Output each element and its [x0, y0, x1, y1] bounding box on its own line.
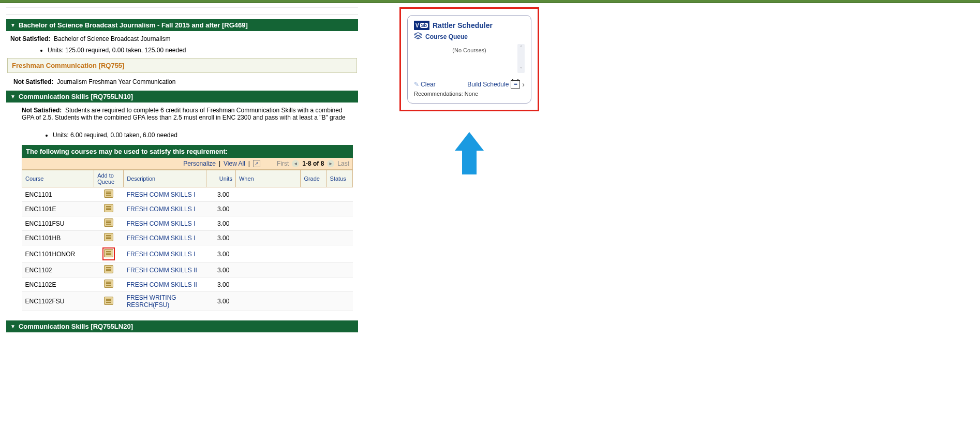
course-grade — [301, 202, 326, 216]
add-to-queue-cell — [94, 202, 124, 216]
course-status — [326, 245, 352, 263]
course-description-link[interactable]: FRESH COMM SKILLS I — [124, 231, 206, 245]
course-when — [235, 216, 300, 231]
scroll-up-icon[interactable]: ˄ — [520, 45, 523, 50]
course-when — [235, 187, 300, 202]
course-when — [235, 263, 300, 277]
program-header-bar[interactable]: ▼ Bachelor of Science Broadcast Journali… — [6, 19, 358, 31]
next-icon[interactable]: ► — [327, 160, 334, 167]
col-when[interactable]: When — [235, 170, 300, 187]
table-row: ENC1102FRESH COMM SKILLS II3.00 — [22, 263, 353, 277]
not-satisfied-label: Not Satisfied: — [22, 107, 62, 114]
course-units: 3.00 — [206, 187, 235, 202]
recommendations-label: Recommendations: — [414, 91, 463, 97]
add-to-queue-icon[interactable] — [104, 233, 113, 241]
add-to-queue-icon[interactable] — [104, 249, 113, 257]
course-description-link[interactable]: FRESH COMM SKILLS II — [124, 263, 206, 277]
course-description-link[interactable]: FRESH COMM SKILLS I — [124, 187, 206, 202]
course-units: 3.00 — [206, 263, 235, 277]
recommendations-value: None — [465, 91, 478, 97]
chevron-right-icon: › — [522, 80, 525, 89]
logo-v: V — [415, 23, 419, 28]
calendar-icon: ▪▪▪ — [511, 80, 520, 89]
table-row: ENC1101HONORFRESH COMM SKILLS I3.00 — [22, 245, 353, 263]
table-row: ENC1102EFRESH COMM SKILLS II3.00 — [22, 277, 353, 292]
course-code: ENC1101E — [22, 202, 94, 216]
range-label: 1-8 of 8 — [302, 160, 324, 167]
course-description-link[interactable]: FRESH COMM SKILLS I — [124, 245, 206, 263]
col-grade[interactable]: Grade — [301, 170, 326, 187]
sub-requirement-title: Freshman Communication [RQ755] — [12, 62, 124, 69]
not-satisfied-label: Not Satisfied: — [13, 78, 53, 85]
course-grade — [301, 292, 326, 311]
comm-skills-1-header[interactable]: ▼ Communication Skills [RQ755LN10] — [6, 91, 358, 103]
col-course[interactable]: Course — [22, 170, 94, 187]
not-satisfied-text: Bachelor of Science Broadcast Journalism — [54, 35, 170, 42]
col-status[interactable]: Status — [326, 170, 352, 187]
col-add-to-queue[interactable]: Add to Queue — [94, 170, 124, 187]
not-satisfied-label: Not Satisfied: — [10, 35, 50, 42]
clear-button[interactable]: ✎ Clear — [414, 81, 436, 88]
popout-icon[interactable]: ↗ — [253, 160, 260, 167]
comm-skills-2-header[interactable]: ▼ Communication Skills [RQ755LN20] — [6, 320, 358, 332]
course-description-link[interactable]: FRESH COMM SKILLS I — [124, 202, 206, 216]
add-to-queue-icon[interactable] — [104, 204, 113, 212]
collapse-icon: ▼ — [10, 94, 16, 99]
view-all-link[interactable]: View All — [224, 160, 245, 167]
comm-skills-2-text: Communication Skills [RQ755LN20] — [19, 323, 133, 330]
col-units[interactable]: Units — [206, 170, 235, 187]
collapse-icon: ▼ — [10, 324, 16, 329]
sub-req-not-satisfied: Not Satisfied: Journalism Freshman Year … — [6, 78, 358, 87]
course-status — [326, 187, 352, 202]
add-to-queue-cell — [94, 277, 124, 292]
course-code: ENC1102E — [22, 277, 94, 292]
no-courses-text: (No Courses) — [452, 47, 486, 53]
build-schedule-label: Build Schedule — [467, 81, 509, 88]
col-description[interactable]: Description — [124, 170, 206, 187]
course-status — [326, 277, 352, 292]
course-units: 3.00 — [206, 292, 235, 311]
course-status — [326, 263, 352, 277]
scheduler-footer: ✎ Clear Build Schedule ▪▪▪ › — [414, 80, 525, 89]
scroll-down-icon[interactable]: ˅ — [520, 67, 523, 72]
queue-scrollbar[interactable]: ˄ ˅ — [517, 44, 525, 73]
personalize-link[interactable]: Personalize — [183, 160, 216, 167]
course-grade — [301, 277, 326, 292]
first-label[interactable]: First — [277, 160, 289, 167]
comm-skills-1-units-line: Units: 6.00 required, 0.00 taken, 6.00 n… — [53, 131, 353, 139]
comm-skills-1-not-satisfied: Not Satisfied: Students are required to … — [22, 107, 353, 121]
course-status — [326, 231, 352, 245]
build-schedule-button[interactable]: Build Schedule ▪▪▪ › — [467, 80, 525, 89]
course-table-header: The following courses may be used to sat… — [22, 145, 353, 158]
table-row: ENC1101HBFRESH COMM SKILLS I3.00 — [22, 231, 353, 245]
course-when — [235, 245, 300, 263]
sep: | — [248, 160, 250, 167]
scheduler-panel: VSb Rattler Scheduler Course Queue (No C… — [407, 15, 531, 104]
add-to-queue-cell — [94, 187, 124, 202]
course-units: 3.00 — [206, 202, 235, 216]
course-queue-box: (No Courses) ˄ ˅ — [414, 44, 525, 73]
add-to-queue-icon[interactable] — [104, 297, 113, 305]
table-row: ENC1102FSUFRESH WRITING RESRCH(FSU)3.00 — [22, 292, 353, 311]
add-to-queue-icon[interactable] — [104, 265, 113, 273]
course-units: 3.00 — [206, 216, 235, 231]
add-to-queue-icon[interactable] — [104, 218, 113, 227]
course-grade — [301, 231, 326, 245]
course-when — [235, 292, 300, 311]
last-label[interactable]: Last — [337, 160, 349, 167]
course-when — [235, 277, 300, 292]
course-table: Course Add to Queue Description Units Wh… — [22, 170, 353, 311]
sep: | — [219, 160, 220, 167]
add-to-queue-icon[interactable] — [104, 189, 113, 198]
course-description-link[interactable]: FRESH COMM SKILLS II — [124, 277, 206, 292]
collapse-icon: ▼ — [10, 22, 16, 28]
course-when — [235, 231, 300, 245]
add-to-queue-icon[interactable] — [104, 280, 113, 288]
course-description-link[interactable]: FRESH COMM SKILLS I — [124, 216, 206, 231]
course-units: 3.00 — [206, 231, 235, 245]
recommendations-line: Recommendations: None — [414, 91, 525, 97]
prev-icon[interactable]: ◄ — [292, 160, 299, 167]
table-row: ENC1101EFRESH COMM SKILLS I3.00 — [22, 202, 353, 216]
course-description-link[interactable]: FRESH WRITING RESRCH(FSU) — [124, 292, 206, 311]
course-code: ENC1101HONOR — [22, 245, 94, 263]
